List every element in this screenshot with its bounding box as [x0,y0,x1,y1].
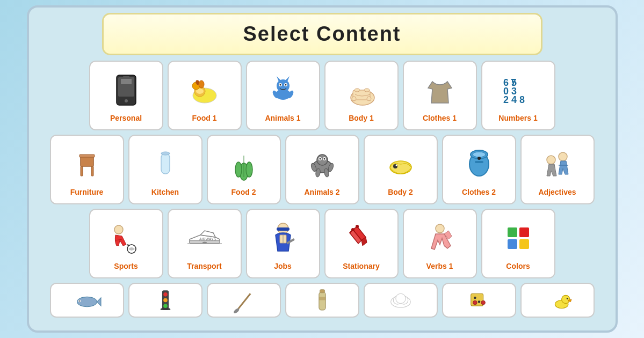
svg-point-75 [356,225,359,228]
card-partial-4[interactable] [285,283,359,318]
svg-point-98 [395,293,405,303]
svg-rect-2 [121,79,132,84]
card-clothes1[interactable]: Clothes 1 [403,61,477,130]
animals1-icon [262,69,305,112]
verbs1-label: Verbs 1 [426,262,453,270]
svg-rect-56 [475,161,483,163]
svg-rect-80 [508,239,517,249]
svg-point-23 [367,97,371,101]
verbs1-icon [418,217,461,260]
clothes2-label: Clothes 2 [462,188,496,196]
card-personal[interactable]: Personal [89,61,163,130]
svg-point-9 [199,80,204,88]
svg-point-86 [163,292,168,297]
furniture-icon [66,143,108,186]
numbers1-icon: 6 5 7 0 3 2 4 8 [497,69,540,112]
card-body1[interactable]: Body 1 [324,61,399,130]
svg-point-17 [285,84,286,86]
card-food2[interactable]: Food 2 [207,135,281,204]
svg-point-101 [477,300,480,303]
svg-rect-33 [91,166,93,176]
svg-point-60 [547,156,555,164]
svg-point-57 [477,157,481,160]
card-verbs1[interactable]: Verbs 1 [403,209,477,278]
clothes1-label: Clothes 1 [423,114,457,122]
sports-icon [105,217,148,260]
svg-point-100 [474,297,476,299]
card-partial-3[interactable] [207,283,281,318]
outer-frame: Select Content Personal [27,5,618,333]
card-stationary[interactable]: Stationary [324,209,399,278]
card-furniture[interactable]: Furniture [50,135,124,204]
card-body2[interactable]: Body 2 [364,135,438,204]
svg-point-43 [319,158,321,160]
clothes1-icon [418,69,461,112]
svg-rect-4 [123,76,129,77]
stationary-icon [340,217,383,260]
broom-icon [228,285,260,315]
svg-point-52 [395,165,397,166]
svg-rect-81 [519,239,529,249]
body1-label: Body 1 [349,114,374,122]
card-partial-7[interactable] [520,283,595,318]
row-3: Sports AIRWAYS Transport [89,209,555,278]
card-kitchen[interactable]: Kitchen [128,135,202,204]
svg-point-38 [246,162,252,177]
row-4 [50,283,595,318]
cloud-icon [385,285,417,315]
svg-text:AIRWAYS: AIRWAYS [199,237,216,241]
card-numbers1[interactable]: 6 5 7 0 3 2 4 8 Numbers 1 [481,61,555,130]
card-sports[interactable]: Sports [89,209,163,278]
card-animals1[interactable]: Animals 1 [246,61,320,130]
card-food1[interactable]: Food 1 [168,61,242,130]
svg-rect-78 [508,227,517,237]
svg-point-67 [202,242,207,244]
personal-icon [105,69,148,112]
svg-rect-34 [161,153,170,174]
svg-point-61 [114,225,123,234]
svg-point-24 [354,89,360,92]
svg-point-77 [436,224,444,233]
personal-label: Personal [110,114,142,122]
svg-point-25 [364,89,370,92]
svg-rect-32 [81,166,83,176]
svg-point-22 [352,97,356,101]
food1-icon [183,69,226,112]
animals2-label: Animals 2 [304,188,339,196]
svg-rect-93 [320,290,324,293]
svg-rect-94 [319,297,325,300]
svg-point-45 [323,158,325,160]
dice-icon [463,285,495,315]
svg-point-37 [235,162,242,177]
stationary-label: Stationary [343,262,379,270]
kitchen-label: Kitchen [151,188,179,196]
card-clothes2[interactable]: Clothes 2 [442,135,516,204]
card-animals2[interactable]: Animals 2 [285,135,359,204]
svg-point-102 [473,300,477,305]
svg-point-15 [279,84,281,86]
svg-point-103 [481,300,485,305]
row-2: Furniture Kitchen [50,135,595,204]
svg-text:2 4 8: 2 4 8 [503,94,525,105]
svg-marker-13 [285,76,290,82]
card-jobs[interactable]: Jobs [246,209,320,278]
kitchen-icon [144,143,187,186]
food2-label: Food 2 [231,188,256,196]
body2-label: Body 2 [388,188,413,196]
numbers1-label: Numbers 1 [498,114,537,122]
svg-point-11 [277,79,290,92]
svg-point-87 [163,298,168,303]
card-adjectives[interactable]: Adjectives [520,135,595,204]
svg-rect-99 [471,293,483,306]
card-partial-2[interactable] [128,283,202,318]
svg-point-41 [317,155,328,165]
title-box: Select Content [102,13,542,55]
card-partial-6[interactable] [442,283,516,318]
card-colors[interactable]: Colors [481,209,555,278]
colors-label: Colors [506,262,530,270]
card-partial-5[interactable] [364,283,438,318]
card-transport[interactable]: AIRWAYS Transport [168,209,242,278]
svg-point-106 [566,298,568,299]
animals1-label: Animals 1 [265,114,300,122]
card-partial-1[interactable] [50,283,124,318]
